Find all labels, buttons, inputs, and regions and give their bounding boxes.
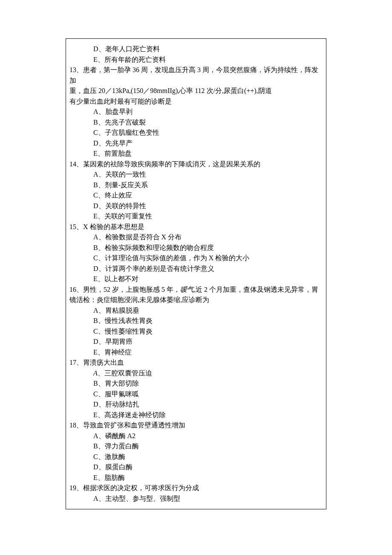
page: D、老年人口死亡资料 E、所有年龄的死亡资料 13、患者，第一胎孕 36 周，发…	[0, 0, 392, 552]
question-14-option: C、终止效应	[69, 190, 323, 201]
question-13-stem: 13、患者，第一胎孕 36 周，发现血压升高 3 周，今晨突然腹痛，诉为持续性，…	[69, 65, 323, 86]
question-17-option: C、服甲氟咪呱	[69, 389, 323, 400]
question-18-option: A、磷酰酶 A2	[69, 431, 323, 442]
question-14-stem: 14、某因素的祛除导致疾病频率的下降或消灭，这是因果关系的	[69, 159, 323, 170]
question-15-option: B、检验实际频数和理论频数的吻合程度	[69, 243, 323, 253]
text: 、三腔双囊管压迫	[98, 369, 152, 377]
question-17-stem: 17、胃溃疡大出血	[69, 357, 323, 368]
content-box: D、老年人口死亡资料 E、所有年龄的死亡资料 13、患者，第一胎孕 36 周，发…	[66, 38, 326, 509]
question-16-option: E、胃神经症	[69, 347, 323, 358]
question-15-option: A、检验数据是否符合 X 分布	[69, 232, 323, 243]
question-13-option: A、胎盘早剥	[69, 107, 323, 117]
text: 16、男性，52 岁，上腹饱胀感 5 年，	[69, 286, 180, 293]
question-14-option: A、关联的一致性	[69, 169, 323, 180]
question-13-option: B、先兆子宫破裂	[69, 117, 323, 128]
question-17-option: D、肝动脉结扎	[69, 399, 323, 410]
question-18-stem: 18、导致血管扩张和血管壁通透性增加	[69, 420, 323, 431]
question-16-stem: 16、男性，52 岁，上腹饱胀感 5 年，嗳气,近 2 个月加重，查体及钢透未见…	[69, 285, 323, 295]
question-15-option: E、以上都不对	[69, 274, 323, 285]
question-13-option: D、先兆早产	[69, 138, 323, 149]
orphan-option: D、老年人口死亡资料	[69, 44, 323, 55]
question-17-option: B、胃大部切除	[69, 378, 323, 389]
question-19-option: A、主动型、参与型、强制型	[69, 494, 323, 504]
question-17-option: E、高选择迷走神经切除	[69, 410, 323, 421]
question-16-option: D、早期胃癌	[69, 337, 323, 347]
question-19-stem: 19、根据求医的决定权，可将求医行为分成	[69, 483, 323, 494]
question-14-option: B、剂量-反应关系	[69, 180, 323, 191]
question-18-option: E、脂肪酶	[69, 473, 323, 483]
question-13-stem: 有少量出血此时最有可能的诊断是	[69, 96, 323, 107]
italic-text: 嗳气,	[180, 286, 196, 293]
italic-label: A	[93, 369, 98, 377]
question-13-option: E、前置胎盘	[69, 148, 323, 159]
question-13-stem: 重，血压 20／13kPa,(150／98mmIIg),心率 112 次/分,尿…	[69, 86, 323, 96]
question-16-stem: 镜活检：炎症细胞浸润,未见腺体萎缩,应诊断为	[69, 295, 323, 305]
question-16-option: A、胃粘膜脱垂	[69, 305, 323, 316]
question-16-option: B、慢性浅表性胃炎	[69, 316, 323, 326]
question-17-option: A、三腔双囊管压迫	[69, 368, 323, 379]
orphan-option: E、所有年龄的死亡资料	[69, 55, 323, 65]
text: 近 2 个月加重，查体及钢透未见异常，胃	[196, 286, 318, 293]
question-15-option: D、计算两个率的差别是否有统计学意义	[69, 264, 323, 274]
question-18-option: B、弹力蛋白酶	[69, 441, 323, 452]
question-16-option: C、慢性萎缩性胃炎	[69, 326, 323, 337]
question-15-stem: 15、X 检验的基本思想是	[69, 222, 323, 232]
question-18-option: D、膜蛋白酶	[69, 462, 323, 473]
question-14-option: E、关联的可重复性	[69, 211, 323, 222]
question-18-option: C、激肽酶	[69, 452, 323, 462]
question-15-option: C、计算理论值与实际值的差值，作为 X 检验的大小	[69, 253, 323, 264]
question-13-option: C、子宫肌瘤红色变性	[69, 128, 323, 138]
question-14-option: D、关联的特异性	[69, 201, 323, 212]
